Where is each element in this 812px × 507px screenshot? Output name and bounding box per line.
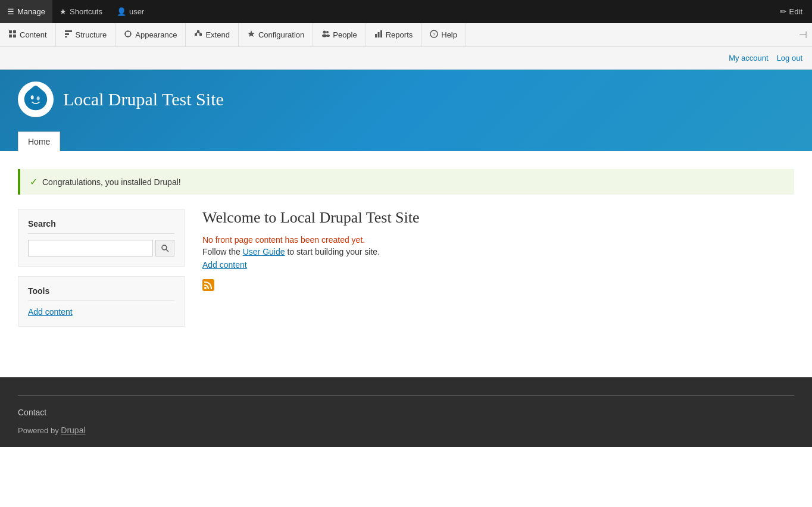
- nav-extend[interactable]: Extend: [186, 23, 238, 46]
- nav-structure-label: Structure: [76, 30, 107, 39]
- secondary-nav: Content Structure Appearance Extend Conf…: [0, 23, 812, 47]
- status-text: Congratulations, you installed Drupal!: [42, 177, 181, 187]
- nav-help-label: Help: [441, 30, 457, 39]
- footer-nav: Contact: [18, 408, 794, 417]
- shortcuts-menu-item[interactable]: ★ Shortcuts: [52, 0, 110, 23]
- pencil-icon: ✏: [780, 7, 786, 16]
- toolbar-collapse-icon[interactable]: ⊣: [799, 29, 807, 40]
- check-icon: ✓: [30, 176, 38, 187]
- toolbar-right: ✏ Edit: [770, 7, 812, 16]
- page-content: Welcome to Local Drupal Test Site No fro…: [202, 209, 794, 336]
- nav-people[interactable]: People: [313, 23, 366, 46]
- svg-rect-22: [375, 34, 377, 37]
- people-icon: [321, 30, 330, 40]
- search-button[interactable]: [155, 240, 174, 256]
- user-bar: My account Log out: [0, 47, 812, 70]
- edit-label: Edit: [789, 7, 802, 16]
- svg-rect-4: [65, 30, 72, 32]
- search-heading: Search: [28, 219, 174, 234]
- admin-toolbar: ☰ Manage ★ Shortcuts 👤 user ✏ Edit: [0, 0, 812, 23]
- nav-appearance-label: Appearance: [135, 30, 177, 39]
- nav-help[interactable]: ? Help: [421, 23, 466, 46]
- svg-rect-0: [9, 30, 12, 33]
- svg-line-30: [166, 249, 168, 252]
- page-heading: Welcome to Local Drupal Test Site: [202, 209, 794, 227]
- nav-extend-label: Extend: [205, 30, 229, 39]
- svg-rect-3: [13, 35, 16, 37]
- my-account-link[interactable]: My account: [729, 54, 768, 62]
- footer-divider: [18, 395, 794, 396]
- nav-configuration[interactable]: Configuration: [239, 23, 313, 46]
- rss-icon: [202, 283, 214, 293]
- logout-link[interactable]: Log out: [777, 54, 802, 62]
- to-start-text: to start building your site.: [287, 247, 380, 256]
- site-nav: Home: [18, 132, 794, 151]
- appearance-icon: [124, 30, 132, 40]
- nav-appearance[interactable]: Appearance: [115, 23, 186, 46]
- svg-text:?: ?: [433, 32, 436, 37]
- svg-rect-2: [9, 35, 12, 37]
- search-input[interactable]: [28, 240, 153, 256]
- svg-rect-23: [377, 32, 379, 37]
- svg-point-27: [31, 95, 34, 99]
- content-layout: Search Tools Add content We: [18, 209, 794, 336]
- help-icon: ?: [430, 30, 438, 40]
- user-label: user: [129, 7, 144, 16]
- search-block: Search: [18, 209, 185, 267]
- manage-menu-item[interactable]: ☰ Manage: [0, 0, 52, 23]
- add-content-link[interactable]: Add content: [202, 260, 794, 270]
- svg-rect-6: [65, 36, 67, 37]
- svg-point-21: [326, 35, 330, 37]
- edit-button[interactable]: ✏ Edit: [770, 7, 812, 16]
- structure-icon: [64, 30, 73, 40]
- powered-by-text: Powered by: [18, 426, 59, 435]
- user-guide-link[interactable]: User Guide: [243, 247, 285, 256]
- sidebar: Search Tools Add content: [18, 209, 185, 336]
- content-icon: [8, 30, 17, 40]
- nav-structure[interactable]: Structure: [56, 23, 116, 46]
- nav-reports-label: Reports: [386, 30, 413, 39]
- shortcuts-label: Shortcuts: [70, 7, 102, 16]
- user-menu-item[interactable]: 👤 user: [110, 0, 151, 23]
- main-wrapper: ✓ Congratulations, you installed Drupal!…: [0, 151, 812, 377]
- home-tab[interactable]: Home: [18, 132, 60, 151]
- add-content-sidebar-link[interactable]: Add content: [28, 307, 174, 317]
- search-row: [28, 240, 174, 256]
- svg-rect-5: [65, 33, 69, 35]
- svg-point-20: [326, 31, 329, 33]
- footer: Contact Powered by Drupal: [0, 377, 812, 447]
- svg-rect-24: [380, 30, 382, 37]
- nav-configuration-label: Configuration: [258, 30, 304, 39]
- svg-rect-12: [195, 33, 197, 36]
- configuration-icon: [247, 30, 255, 40]
- follow-text: Follow the: [202, 247, 243, 256]
- site-header: Local Drupal Test Site Home: [0, 70, 812, 151]
- reports-icon: [374, 30, 383, 40]
- svg-rect-1: [13, 30, 16, 33]
- status-message: ✓ Congratulations, you installed Drupal!: [18, 169, 794, 195]
- hamburger-icon: ☰: [7, 7, 14, 16]
- extend-icon: [194, 30, 202, 40]
- svg-point-19: [322, 35, 327, 37]
- follow-message: Follow the User Guide to start building …: [202, 247, 794, 256]
- no-content-message: No front page content has been created y…: [202, 235, 794, 245]
- star-icon: ★: [60, 7, 67, 16]
- nav-reports[interactable]: Reports: [366, 23, 422, 46]
- tools-block: Tools Add content: [18, 276, 185, 327]
- svg-line-17: [199, 33, 201, 33]
- nav-people-label: People: [333, 30, 357, 39]
- search-icon: [161, 244, 169, 252]
- site-branding: Local Drupal Test Site: [18, 82, 794, 127]
- nav-content-label: Content: [20, 30, 47, 39]
- site-logo: [18, 82, 54, 117]
- svg-point-28: [37, 96, 40, 101]
- svg-rect-13: [199, 33, 202, 36]
- drupal-link[interactable]: Drupal: [61, 425, 85, 435]
- svg-point-29: [162, 245, 167, 250]
- user-icon: 👤: [117, 7, 126, 16]
- nav-content[interactable]: Content: [0, 23, 56, 46]
- svg-point-32: [204, 287, 207, 289]
- contact-link[interactable]: Contact: [18, 408, 46, 417]
- svg-point-18: [323, 31, 326, 34]
- manage-label: Manage: [17, 7, 45, 16]
